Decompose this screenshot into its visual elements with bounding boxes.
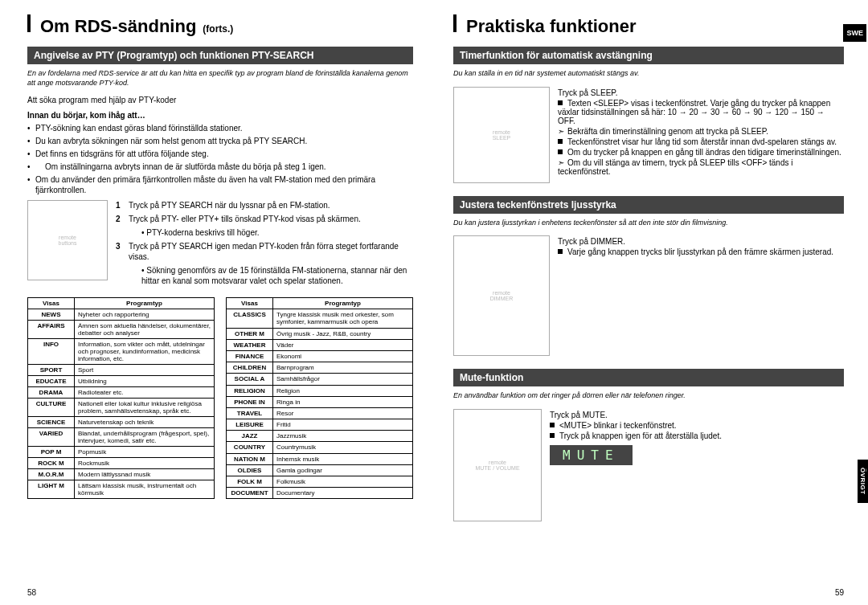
step-item: 3Tryck på PTY SEARCH igen medan PTY-kode… [116,241,413,262]
remote-illustration-mute: remoteMUTE / VOLUME [453,409,542,521]
table-row: SOCIAL ASamhällsfrågor [227,374,413,385]
table-row: SPORTSport [28,365,215,376]
table-row: DRAMARadioteater etc. [28,387,215,399]
th-visas: Visas [28,298,75,309]
title-main-right: Praktiska funktioner [466,16,637,37]
bullet-item: Du kan avbryta sökningen när som helst g… [27,136,413,146]
table-row: FOLK MFolkmusik [227,476,413,487]
table-row: AFFAIRSÄmnen som aktuella händelser, dok… [28,321,215,339]
table-row: INFOInformation, som vikter och mått, ut… [28,339,215,365]
side-tab: ÖVRIGT [858,460,868,503]
table-row: NEWSNyheter och rapportering [28,309,215,321]
table-row: OTHER MÖvrig musik - Jazz, R&B, country [227,328,413,339]
note-bold: Innan du börjar, kom ihåg att… [27,111,413,120]
table-row: CULTURENationell eller lokal kultur inkl… [28,399,215,417]
bullet-item: PTY-sökning kan endast göras bland förin… [27,123,413,133]
remote-illustration-dimmer: remoteDIMMER [453,235,550,356]
table-row: NATION MInhemsk musik [227,453,413,464]
section-heading-pty: Angivelse av PTY (Programtyp) och funkti… [27,47,413,64]
table-row: LIGHT MLättsam klassisk musik, instrumen… [28,480,215,499]
table-row: EDUCATEUtbildning [28,376,215,387]
heading-dimmer: Justera teckenfönstrets ljusstyrka [453,196,844,214]
language-badge: SWE [843,24,866,42]
table-row: JAZZJazzmusik [227,431,413,442]
page-title-left: Om RDS-sändning (forts.) [27,14,413,37]
pty-table-right: Visas Programtyp CLASSICSTyngre klassisk… [226,297,413,499]
bullet-list: PTY-sökning kan endast göras bland förin… [27,123,413,195]
table-row: M.O.R.MModern lättlyssnad musik [28,469,215,480]
heading-timer: Timerfunktion för automatisk avstängning [453,47,844,64]
section-intro: En av fördelarna med RDS-service är att … [27,69,413,88]
bullet-item: Om du använder den primära fjärrkontroll… [27,174,413,195]
remote-illustration-sleep: remoteSLEEP [453,87,550,183]
table-row: FINANCEEkonomi [227,351,413,362]
table-row: WEATHERVäder [227,339,413,350]
th-visas-2: Visas [227,298,273,309]
bullet-item: Det finns en tidsgräns för att utföra fö… [27,149,413,159]
step-item: 1Tryck på PTY SEARCH när du lyssnar på e… [116,200,413,211]
th-programtyp: Programtyp [75,298,215,309]
subline: Att söka program med hjälp av PTY-koder [27,96,413,104]
page-title-right: Praktiska funktioner [453,14,844,37]
table-row: CLASSICSTyngre klassisk musik med orkest… [227,309,413,328]
page-number-left: 58 [27,588,36,597]
page-number-right: 59 [835,588,844,597]
table-row: VARIEDBlandat, underhållsprogram (fråges… [28,428,215,447]
title-cont: (forts.) [203,23,233,35]
heading-mute: Mute-funktion [453,369,844,386]
step-sub: PTY-koderna beskrivs till höger. [116,227,413,238]
bullet-item: Om inställningarna avbryts innan de är s… [27,161,413,172]
pty-table-left: Visas Programtyp NEWSNyheter och rapport… [27,297,215,499]
step-item: 2Tryck på PTY- eller PTY+ tills önskad P… [116,214,413,224]
table-row: TRAVELResor [227,407,413,419]
table-row: RELIGIONReligion [227,385,413,396]
remote-illustration: remotebuttons [27,200,108,280]
table-row: OLDIESGamla godingar [227,464,413,476]
mute-display: MUTE [550,445,633,465]
th-programtyp-2: Programtyp [273,298,413,309]
title-main: Om RDS-sändning [40,16,196,37]
table-row: POP MPopmusik [28,447,215,458]
table-row: LEISUREFritid [227,419,413,431]
table-row: SCIENCENaturvetenskap och teknik [28,417,215,428]
intro-mute: En användbar funktion om det ringer på d… [453,391,844,401]
table-row: CHILDRENBarnprogram [227,362,413,374]
step-sub: Sökning genomförs av de 15 förinställda … [116,265,413,286]
intro-timer: Du kan ställa in en tid när systemet aut… [453,69,844,79]
table-row: DOCUMENTDocumentary [227,488,413,499]
intro-dimmer: Du kan justera ljusstyrkan i enhetens te… [453,219,844,228]
table-row: PHONE INRinga in [227,396,413,407]
table-row: ROCK MRockmusik [28,458,215,469]
table-row: COUNTRYCountrymusik [227,442,413,453]
